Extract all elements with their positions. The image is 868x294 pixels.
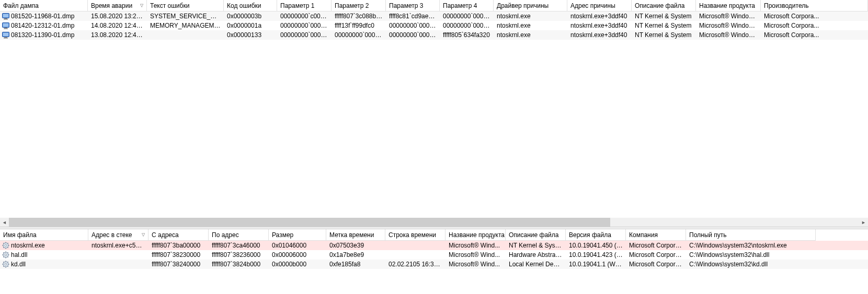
module-header-label: Описание файла — [509, 231, 558, 239]
module-cell: kd.dll — [0, 260, 88, 269]
sort-desc-icon: ▽ — [140, 4, 143, 8]
dump-cell: Microsoft® Window... — [696, 11, 761, 21]
module-cell: C:\Windows\system32\kd.dll — [686, 260, 816, 269]
gear-icon — [2, 241, 10, 250]
dump-cell: 00000000`000005... — [386, 30, 440, 40]
dump-cell: ntoskrnl.exe — [494, 21, 567, 30]
dump-header-4[interactable]: Параметр 1 — [277, 0, 332, 11]
dump-header-label: Параметр 4 — [443, 2, 477, 9]
svg-rect-10 — [4, 37, 7, 38]
dump-cell: 081520-11968-01.dmp — [0, 11, 88, 21]
module-cell-text: kd.dll — [11, 260, 26, 269]
dump-cell: ntoskrnl.exe — [494, 30, 567, 40]
dump-cell: 0x00000133 — [224, 30, 277, 40]
dump-header-label: Время аварии — [91, 2, 132, 9]
scroll-left-button[interactable]: ◄ — [0, 218, 9, 227]
dump-cell: 14.08.2020 12:43:53 — [88, 21, 147, 30]
dump-cell: ffff13f`ff99dfc0 — [332, 21, 386, 30]
module-header-7[interactable]: Название продукта — [446, 229, 506, 241]
module-header-label: Метка времени — [329, 231, 374, 239]
scroll-thumb[interactable] — [9, 218, 610, 227]
dump-grid: Файл дампаВремя аварии▽Текст ошибкиКод о… — [0, 0, 868, 217]
module-row[interactable]: kd.dllfffff807`38240000fffff807`3824b000… — [0, 260, 868, 269]
module-row[interactable]: hal.dllfffff807`38230000fffff807`3823600… — [0, 250, 868, 260]
dump-cell: SYSTEM_SERVICE_EXCEP... — [147, 11, 224, 21]
dump-header-1[interactable]: Время аварии▽ — [88, 0, 147, 11]
module-header-label: По адрес — [212, 231, 239, 239]
module-cell: 10.0.19041.450 (Wi... — [566, 241, 626, 250]
dump-row[interactable]: 081520-11968-01.dmp15.08.2020 13:23:08SY… — [0, 11, 868, 21]
dump-header-10[interactable]: Описание файла — [632, 0, 696, 11]
dump-cell: Microsoft Corpora... — [761, 21, 868, 30]
dump-cell: ntoskrnl.exe+3ddf40 — [567, 30, 632, 40]
dump-header-7[interactable]: Параметр 4 — [440, 0, 494, 11]
module-header-label: Размер — [272, 231, 293, 239]
module-header-0[interactable]: Имя файла — [0, 229, 88, 241]
dump-header-6[interactable]: Параметр 3 — [386, 0, 440, 11]
dump-grid-header: Файл дампаВремя аварии▽Текст ошибкиКод о… — [0, 0, 868, 11]
dump-cell: fffff807`3c088bb8 — [332, 11, 386, 21]
module-header-label: Компания — [629, 231, 658, 239]
dump-cell: Microsoft Corpora... — [761, 11, 868, 21]
dump-list-pane: Файл дампаВремя аварии▽Текст ошибкиКод о… — [0, 0, 868, 227]
svg-rect-6 — [4, 28, 7, 29]
dump-cell: Microsoft® Window... — [696, 30, 761, 40]
module-header-9[interactable]: Версия файла — [566, 229, 626, 241]
module-cell: Hardware Abstract... — [506, 250, 566, 260]
module-header-6[interactable]: Строка времени — [385, 229, 446, 241]
dump-cell: NT Kernel & System — [632, 30, 696, 40]
dump-header-3[interactable]: Код ошибки — [224, 0, 277, 11]
module-cell: Microsoft® Wind... — [446, 260, 506, 269]
dump-header-0[interactable]: Файл дампа — [0, 0, 88, 11]
horizontal-scrollbar[interactable]: ◄ ► — [0, 217, 868, 227]
module-cell: fffff807`38236000 — [209, 250, 269, 260]
module-cell: Local Kernel Debu... — [506, 260, 566, 269]
svg-rect-5 — [3, 23, 9, 27]
module-header-label: Строка времени — [389, 231, 436, 239]
module-cell: Microsoft Corpora... — [626, 250, 686, 260]
dump-cell-text: 081520-11968-01.dmp — [11, 11, 74, 21]
dump-header-12[interactable]: Производитель — [761, 0, 868, 11]
module-header-2[interactable]: С адреса — [149, 229, 209, 241]
module-cell: 0x0000b000 — [269, 260, 326, 269]
module-cell: fffff807`3ca46000 — [209, 241, 269, 250]
dump-header-9[interactable]: Адрес причины — [567, 0, 632, 11]
dump-header-2[interactable]: Текст ошибки — [147, 0, 224, 11]
module-header-1[interactable]: Адрес в стеке▽ — [88, 229, 149, 241]
dump-header-label: Описание файла — [635, 2, 684, 9]
dump-cell-text: 081420-12312-01.dmp — [11, 21, 74, 30]
module-cell: hal.dll — [0, 250, 88, 260]
module-header-4[interactable]: Размер — [269, 229, 326, 241]
module-header-11[interactable]: Полный путь — [686, 229, 816, 241]
dump-cell: 00000000`000060... — [440, 21, 494, 30]
module-cell: fffff807`38230000 — [149, 250, 209, 260]
monitor-icon — [2, 31, 10, 39]
dump-cell — [147, 30, 224, 40]
scroll-track[interactable] — [9, 218, 859, 227]
dump-row[interactable]: 081420-12312-01.dmp14.08.2020 12:43:53ME… — [0, 21, 868, 30]
dump-cell-text: 081320-11390-01.dmp — [11, 30, 74, 40]
module-header-label: С адреса — [152, 231, 179, 239]
module-cell: 0xfe185fa8 — [326, 260, 385, 269]
module-header-3[interactable]: По адрес — [209, 229, 269, 241]
scroll-right-button[interactable]: ► — [859, 218, 868, 227]
module-header-label: Адрес в стеке — [92, 231, 132, 239]
sort-desc-icon: ▽ — [142, 233, 145, 237]
dump-header-5[interactable]: Параметр 2 — [332, 0, 386, 11]
module-header-5[interactable]: Метка времени — [326, 229, 385, 241]
module-list-pane: Имя файлаАдрес в стеке▽С адресаПо адресР… — [0, 229, 868, 286]
dump-cell: Microsoft Corpora... — [761, 30, 868, 40]
dump-row[interactable]: 081320-11390-01.dmp13.08.2020 12:42:070x… — [0, 30, 868, 40]
module-header-8[interactable]: Описание файла — [506, 229, 566, 241]
dump-header-11[interactable]: Название продукта — [696, 0, 761, 11]
module-cell-text: ntoskrnl.exe — [11, 241, 45, 250]
dump-header-8[interactable]: Драйвер причины — [494, 0, 567, 11]
module-row[interactable]: ntoskrnl.exentoskrnl.exe+c52820fffff807`… — [0, 241, 868, 250]
module-header-10[interactable]: Компания — [626, 229, 686, 241]
module-cell: C:\Windows\system32\ntoskrnl.exe — [686, 241, 816, 250]
module-cell — [88, 260, 149, 269]
dump-header-label: Текст ошибки — [150, 2, 189, 9]
dump-header-label: Драйвер причины — [497, 2, 549, 9]
module-cell: Microsoft Corpora... — [626, 241, 686, 250]
module-cell: 10.0.19041.423 (Wi... — [566, 250, 626, 260]
